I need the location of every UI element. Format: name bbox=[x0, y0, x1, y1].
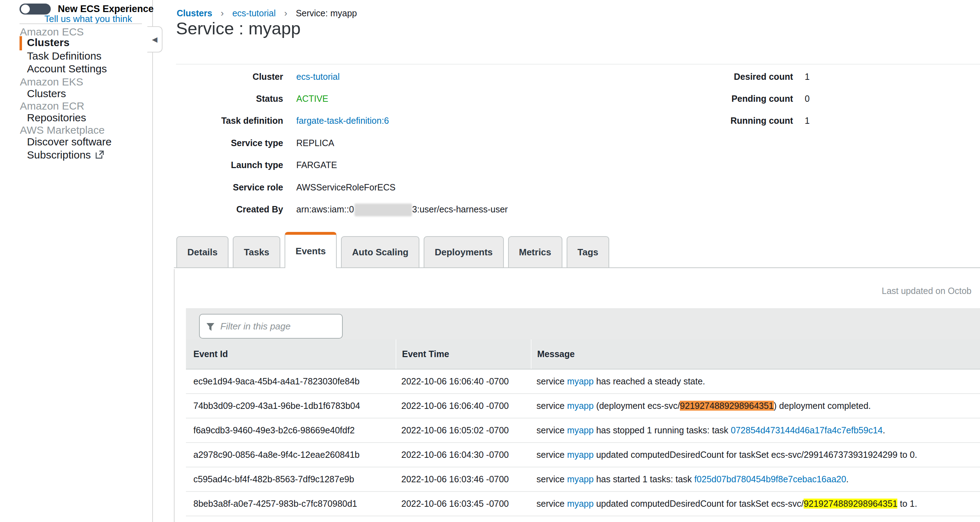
section-header-amazon-ecr: Amazon ECR bbox=[0, 100, 84, 112]
event-message-cell: service myapp has reached a steady state… bbox=[531, 376, 980, 387]
message-text: to 1. bbox=[897, 498, 917, 509]
sidebar: New ECS Experience Tell us what you thin… bbox=[0, 0, 153, 522]
title-divider bbox=[176, 64, 980, 65]
new-ecs-experience-toggle[interactable] bbox=[19, 3, 51, 14]
table-row: f6a9cdb3-9460-49e3-b2c6-98669e40fdf2 202… bbox=[186, 419, 980, 443]
detail-label: Pending count bbox=[651, 92, 793, 106]
sidebar-item-eks-clusters[interactable]: Clusters bbox=[0, 87, 66, 100]
tab-metrics[interactable]: Metrics bbox=[508, 236, 562, 267]
detail-label: Service role bbox=[154, 180, 283, 194]
message-text: service bbox=[536, 498, 567, 509]
message-link[interactable]: f025d07bd780454b9f8e7cebac16aa20 bbox=[694, 474, 846, 484]
event-message-cell: service myapp updated computedDesiredCou… bbox=[531, 450, 980, 460]
tab-details[interactable]: Details bbox=[177, 236, 229, 267]
breadcrumb-separator: › bbox=[284, 8, 287, 19]
detail-label: Desired count bbox=[651, 70, 793, 84]
event-message-cell: service myapp updated computedDesiredCou… bbox=[531, 498, 980, 509]
tab-deployments[interactable]: Deployments bbox=[424, 236, 503, 267]
tab-tags[interactable]: Tags bbox=[566, 236, 609, 267]
sidebar-item-account-settings[interactable]: Account Settings bbox=[0, 63, 107, 75]
message-link[interactable]: 072854d473144d46a17fa4c7efb59c14 bbox=[731, 425, 883, 435]
message-text: service bbox=[536, 376, 567, 386]
message-text: updated computedDesiredCount for taskSet… bbox=[593, 498, 803, 509]
new-ecs-experience-row: New ECS Experience bbox=[19, 3, 154, 14]
event-id-cell: ec9e1d94-9aca-45b4-a4a1-7823030fe84b bbox=[186, 376, 396, 387]
message-text: (deployment ecs-svc/ bbox=[593, 401, 680, 411]
table-row: 923b05c1-30b2-47bb-b535-9d2be22084e4 202… bbox=[186, 516, 980, 522]
table-row: c595ad4c-bf4f-482b-8563-7df9c1287e9b 202… bbox=[186, 467, 980, 492]
message-text: . bbox=[846, 474, 849, 484]
event-id-cell: c595ad4c-bf4f-482b-8563-7df9c1287e9b bbox=[186, 474, 396, 484]
message-text: has reached a steady state. bbox=[593, 376, 705, 386]
breadcrumb: Clusters › ecs-tutorial › Service: myapp bbox=[177, 8, 357, 19]
tab-tasks[interactable]: Tasks bbox=[233, 236, 280, 267]
message-text: service bbox=[536, 474, 567, 484]
events-panel: Last updated on Octob Event Id Event Tim… bbox=[174, 269, 980, 522]
breadcrumb-current: Service: myapp bbox=[296, 8, 357, 19]
sidebar-item-discover-software[interactable]: Discover software bbox=[0, 136, 111, 148]
message-text: updated computedDesiredCount for taskSet… bbox=[593, 450, 917, 460]
message-link[interactable]: myapp bbox=[567, 474, 593, 484]
redacted-account-id bbox=[355, 203, 412, 216]
breadcrumb-cluster-link[interactable]: ecs-tutorial bbox=[232, 8, 276, 19]
highlighted-deployment-id: 9219274889298964351 bbox=[680, 401, 773, 411]
column-header-event-time: Event Time bbox=[396, 340, 531, 369]
highlighted-deployment-id: 9219274889298964351 bbox=[803, 498, 897, 509]
message-text: service bbox=[536, 450, 567, 460]
event-time-cell: 2022-10-06 16:06:40 -0700 bbox=[396, 376, 531, 387]
detail-row-service-role: Service role AWSServiceRoleForECS bbox=[154, 180, 980, 194]
sidebar-item-subscriptions[interactable]: Subscriptions bbox=[0, 149, 104, 161]
table-header-row: Event Id Event Time Message bbox=[186, 340, 980, 370]
desired-count-value: 1 bbox=[805, 70, 810, 84]
sidebar-collapse-button[interactable]: ◀ bbox=[147, 26, 162, 52]
detail-row-pending-count: Pending count 0 bbox=[154, 92, 980, 106]
sidebar-divider bbox=[19, 24, 142, 24]
event-time-cell: 2022-10-06 16:06:40 -0700 bbox=[396, 401, 531, 411]
event-time-cell: 2022-10-06 16:03:45 -0700 bbox=[396, 498, 531, 509]
message-link[interactable]: myapp bbox=[567, 376, 593, 386]
main-content: Clusters › ecs-tutorial › Service: myapp… bbox=[154, 0, 980, 522]
feedback-link[interactable]: Tell us what you think bbox=[45, 13, 132, 24]
active-indicator-bar bbox=[19, 36, 22, 50]
column-header-message: Message bbox=[531, 340, 980, 369]
table-row: 8beb3a8f-a0e7-4257-983b-c7fc870980d1 202… bbox=[186, 492, 980, 516]
table-row: a2978c90-0856-4a8e-9f4c-12eae260841b 202… bbox=[186, 443, 980, 467]
event-time-cell: 2022-10-06 16:05:02 -0700 bbox=[396, 425, 531, 435]
tab-auto-scaling[interactable]: Auto Scaling bbox=[341, 236, 419, 267]
detail-label: Created By bbox=[154, 202, 283, 216]
detail-row-created-by: Created By arn:aws:iam::03:user/ecs-harn… bbox=[154, 202, 980, 216]
message-link[interactable]: myapp bbox=[567, 498, 593, 509]
message-link[interactable]: myapp bbox=[567, 425, 593, 435]
breadcrumb-separator: › bbox=[221, 8, 224, 19]
breadcrumb-clusters-link[interactable]: Clusters bbox=[177, 8, 212, 19]
event-message-cell: service myapp has stopped 1 running task… bbox=[531, 425, 980, 435]
detail-label: Running count bbox=[651, 113, 793, 128]
message-text: service bbox=[536, 401, 567, 411]
tab-events[interactable]: Events bbox=[285, 232, 337, 268]
new-ecs-experience-label: New ECS Experience bbox=[58, 3, 154, 14]
table-row: 74bb3d09-c209-43a1-96be-1db1f6783b04 202… bbox=[186, 394, 980, 419]
message-link[interactable]: myapp bbox=[567, 401, 593, 411]
event-id-cell: 74bb3d09-c209-43a1-96be-1db1f6783b04 bbox=[186, 401, 396, 411]
pending-count-value: 0 bbox=[805, 92, 810, 106]
message-link[interactable]: myapp bbox=[567, 450, 593, 460]
external-link-icon bbox=[95, 150, 104, 162]
detail-row-desired-count: Desired count 1 bbox=[154, 70, 980, 84]
tab-strip: Details Tasks Events Auto Scaling Deploy… bbox=[174, 233, 980, 268]
detail-label: Service type bbox=[154, 136, 283, 150]
table-row: ec9e1d94-9aca-45b4-a4a1-7823030fe84b 202… bbox=[186, 370, 980, 394]
last-updated-text: Last updated on Octob bbox=[882, 286, 972, 296]
filter-input[interactable] bbox=[200, 314, 342, 338]
sidebar-item-clusters[interactable]: Clusters bbox=[0, 36, 70, 50]
detail-value: REPLICA bbox=[296, 136, 334, 150]
filter-strip bbox=[186, 308, 980, 340]
event-id-cell: 8beb3a8f-a0e7-4257-983b-c7fc870980d1 bbox=[186, 498, 396, 509]
toggle-knob-icon bbox=[21, 5, 30, 13]
message-text: has stopped 1 running tasks: task bbox=[593, 425, 730, 435]
sidebar-item-task-definitions[interactable]: Task Definitions bbox=[0, 50, 102, 62]
sidebar-item-repositories[interactable]: Repositories bbox=[0, 112, 86, 124]
message-text: . bbox=[883, 425, 885, 435]
running-count-value: 1 bbox=[805, 113, 810, 128]
event-id-cell: a2978c90-0856-4a8e-9f4c-12eae260841b bbox=[186, 450, 396, 460]
page-title: Service : myapp bbox=[176, 19, 301, 38]
